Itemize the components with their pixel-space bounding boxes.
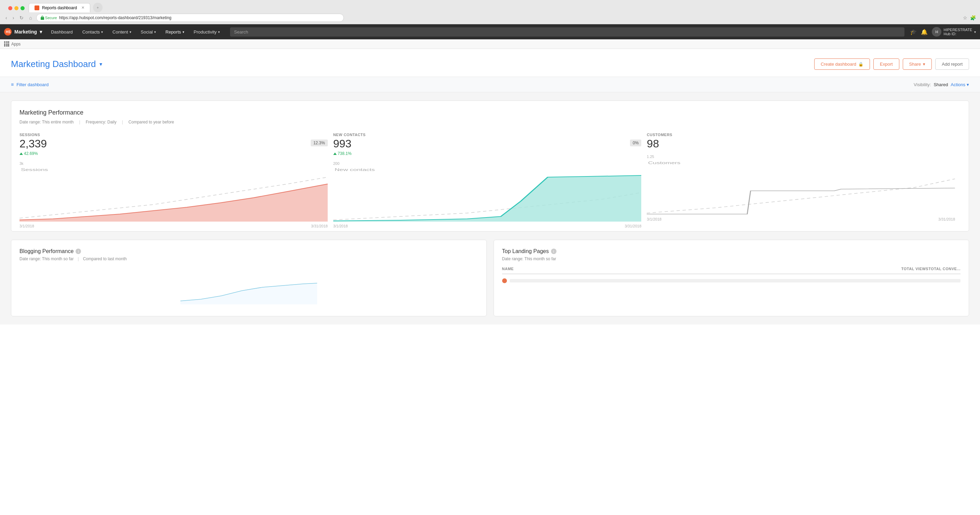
apps-label: Apps — [11, 42, 21, 46]
actions-label: Actions — [951, 82, 965, 87]
reports-chevron: ▾ — [183, 30, 184, 34]
svg-marker-2 — [19, 184, 328, 222]
extensions-icon[interactable]: 🧩 — [970, 15, 976, 21]
compared-label: Compared to year before — [129, 120, 174, 124]
brand-chevron: ▾ — [40, 29, 42, 35]
col-name: NAME — [502, 267, 894, 271]
create-dashboard-label: Create dashboard — [821, 62, 856, 67]
browser-toolbar: ☆ 🧩 — [963, 15, 976, 21]
lock-icon: 🔒 — [858, 62, 864, 67]
contacts-value: 993 — [333, 138, 352, 149]
contacts-change: 738.1% — [333, 151, 352, 156]
metrics-grid: SESSIONS 2,339 42.69% 12.3% 3k — [19, 133, 961, 223]
new-tab-button[interactable]: + — [93, 3, 103, 12]
blogging-chart-placeholder — [19, 267, 478, 308]
customers-start-date: 3/1/2018 — [647, 217, 662, 221]
table-header: NAME TOTAL VIEWS TOTAL CONVE... — [502, 267, 961, 274]
add-report-button[interactable]: Add report — [935, 59, 969, 70]
filter-bar: ≡ Filter dashboard Visibility: Shared Ac… — [0, 77, 980, 92]
sessions-change: 42.69% — [19, 151, 47, 156]
nav-item-productivity[interactable]: Productivity ▾ — [189, 24, 224, 39]
content-chevron: ▾ — [130, 30, 131, 34]
blogging-meta: Date range: This month so far | Compared… — [19, 257, 478, 261]
sessions-y-max: 3k — [19, 161, 328, 166]
contacts-end-date: 3/31/2018 — [625, 224, 641, 228]
traffic-light-fullscreen[interactable] — [21, 6, 25, 10]
blogging-date-range: Date range: This month so far — [19, 257, 74, 261]
address-url: https://app.hubspot.com/reports-dashboar… — [59, 15, 172, 20]
share-button[interactable]: Share ▾ — [903, 59, 932, 70]
contacts-metric: NEW CONTACTS 993 738.1% 0% 200 — [333, 133, 647, 223]
apps-bar: Apps — [0, 39, 980, 49]
nav-item-dashboard[interactable]: Dashboard — [46, 24, 78, 39]
blogging-title: Blogging Performance i — [19, 248, 478, 254]
traffic-light-minimize[interactable] — [14, 6, 19, 10]
row-indicator — [502, 278, 507, 283]
back-button[interactable]: ‹ — [4, 14, 8, 21]
hs-logo[interactable]: HS Marketing ▾ — [4, 28, 46, 35]
forward-button[interactable]: › — [11, 14, 16, 21]
visibility-area: Visibility: Shared Actions ▾ — [914, 82, 969, 87]
notifications-icon[interactable]: 🔔 — [921, 29, 928, 35]
customers-value: 98 — [647, 138, 659, 149]
landing-pages-info-icon[interactable]: i — [551, 249, 557, 254]
customers-end-date: 3/31/2018 — [938, 217, 955, 221]
up-arrow-icon — [19, 153, 23, 155]
academy-icon[interactable]: 🎓 — [910, 29, 917, 35]
traffic-light-close[interactable] — [8, 6, 12, 10]
blogging-performance-card: Blogging Performance i Date range: This … — [11, 240, 487, 316]
contacts-chart-svg: New contacts — [333, 167, 641, 222]
tab-favicon — [35, 5, 39, 10]
search-input[interactable] — [230, 27, 905, 37]
nav-item-contacts[interactable]: Contacts ▾ — [78, 24, 108, 39]
address-bar[interactable]: Secure https://app.hubspot.com/reports-d… — [36, 14, 344, 22]
contacts-label: NEW CONTACTS — [333, 133, 641, 137]
perf-card-title: Marketing Performance — [19, 109, 961, 116]
blogging-info-icon[interactable]: i — [76, 249, 81, 254]
filter-dashboard-btn[interactable]: ≡ Filter dashboard — [11, 82, 49, 87]
export-button[interactable]: Export — [873, 59, 899, 70]
frequency-label: Frequency: Daily — [86, 120, 116, 124]
sessions-metric: SESSIONS 2,339 42.69% 12.3% 3k — [19, 133, 333, 223]
customers-chart-svg: Customers — [647, 160, 955, 215]
home-button[interactable]: ⌂ — [28, 14, 33, 21]
tab-title: Reports dashboard — [42, 5, 77, 10]
marketing-performance-card: Marketing Performance Date range: This e… — [11, 100, 969, 231]
actions-chevron: ▾ — [967, 82, 969, 87]
top-landing-pages-card: Top Landing Pages i Date range: This mon… — [493, 240, 969, 316]
title-chevron[interactable]: ▾ — [99, 61, 102, 67]
nav-item-content[interactable]: Content ▾ — [108, 24, 136, 39]
refresh-button[interactable]: ↻ — [18, 14, 25, 21]
sessions-label: SESSIONS — [19, 133, 328, 137]
table-row — [502, 274, 961, 283]
customers-chart: 1.25 Customers 3/1/2018 3/31/2018 — [647, 155, 955, 216]
nav-search[interactable] — [230, 27, 905, 37]
contacts-y-max: 200 — [333, 161, 641, 166]
actions-button[interactable]: Actions ▾ — [951, 82, 969, 87]
svg-marker-4 — [333, 175, 641, 222]
nav-item-reports[interactable]: Reports ▾ — [161, 24, 189, 39]
contacts-start-date: 3/1/2018 — [333, 224, 348, 228]
secure-badge: Secure — [41, 16, 57, 20]
export-label: Export — [880, 62, 893, 67]
user-name: HIPERESTRATE — [943, 28, 972, 32]
browser-tab[interactable]: Reports dashboard ✕ — [29, 3, 90, 12]
nav-item-social[interactable]: Social ▾ — [136, 24, 161, 39]
avatar: H — [932, 27, 941, 37]
tab-close-button[interactable]: ✕ — [81, 5, 84, 10]
create-dashboard-button[interactable]: Create dashboard 🔒 — [814, 59, 870, 70]
hub-id-label: Hub ID: — [943, 32, 972, 36]
dashboard-header: Marketing Dashboard ▾ Create dashboard 🔒… — [0, 49, 980, 77]
star-icon[interactable]: ☆ — [963, 15, 967, 21]
svg-text:HS: HS — [6, 30, 11, 34]
user-area[interactable]: H HIPERESTRATE Hub ID: ▾ — [932, 27, 976, 37]
customers-y-max: 1.25 — [647, 155, 955, 159]
customers-label: CUSTOMERS — [647, 133, 955, 137]
apps-grid-icon — [4, 41, 9, 46]
svg-text:Customers: Customers — [648, 161, 681, 165]
sessions-start-date: 3/1/2018 — [19, 224, 34, 228]
sessions-value: 2,339 — [19, 138, 47, 149]
customers-metric: CUSTOMERS 98 1.25 Customers — [647, 133, 961, 223]
user-chevron: ▾ — [974, 30, 976, 34]
contacts-badge: 0% — [630, 140, 641, 147]
